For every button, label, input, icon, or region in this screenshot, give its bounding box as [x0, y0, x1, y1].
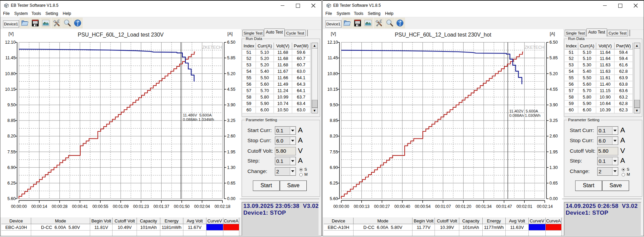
svg-text:10.80: 10.80	[5, 71, 16, 76]
svg-text:00:00:55: 00:00:55	[93, 204, 108, 209]
svg-text:00:00:40: 00:00:40	[395, 204, 410, 209]
svg-text:1.95: 1.95	[549, 150, 558, 154]
svg-text:00:01:37: 00:01:37	[154, 204, 169, 209]
svg-text:12.10: 12.10	[5, 40, 16, 45]
svg-text:1.95: 1.95	[227, 150, 235, 154]
svg-text:0.00: 0.00	[549, 196, 558, 201]
svg-text:4.55: 4.55	[227, 87, 235, 92]
svg-text:0.00: 0.00	[227, 196, 235, 201]
svg-text:PSU_HCF_60L_12_Load test 230V: PSU_HCF_60L_12_Load test 230V	[78, 32, 164, 38]
svg-text:00:00:00: 00:00:00	[333, 204, 349, 209]
svg-text:5.60: 5.60	[330, 196, 338, 201]
svg-text:5.85: 5.85	[227, 56, 235, 60]
svg-text:8.20: 8.20	[7, 134, 16, 138]
svg-text:3.90: 3.90	[227, 103, 235, 107]
svg-text:8.85: 8.85	[330, 118, 338, 123]
svg-text:6.50: 6.50	[549, 40, 558, 45]
svg-text:0.65: 0.65	[227, 181, 235, 186]
svg-text:00:01:07: 00:01:07	[435, 204, 451, 209]
svg-text:1.30: 1.30	[227, 165, 235, 170]
svg-text:00:01:50: 00:01:50	[174, 204, 190, 209]
svg-text:00:00:14: 00:00:14	[31, 204, 47, 209]
svg-text:3.25: 3.25	[549, 118, 558, 123]
svg-text:4.55: 4.55	[549, 87, 558, 92]
svg-text:6.90: 6.90	[7, 165, 16, 170]
svg-text:5.20: 5.20	[227, 71, 235, 76]
svg-text:11.486V 5.600A: 11.486V 5.600A	[183, 113, 212, 117]
svg-text:6.25: 6.25	[7, 181, 16, 186]
svg-text:00:02:04: 00:02:04	[194, 204, 210, 209]
svg-text:8.20: 8.20	[330, 134, 338, 138]
svg-text:00:00:28: 00:00:28	[52, 204, 68, 209]
svg-text:11.45: 11.45	[328, 56, 338, 60]
svg-text:12.10: 12.10	[327, 40, 338, 45]
svg-text:00:01:34: 00:01:34	[476, 204, 492, 209]
svg-text:11.402V 5.600A: 11.402V 5.600A	[509, 109, 538, 113]
svg-text:10.80: 10.80	[327, 71, 338, 76]
svg-text:[A]: [A]	[227, 31, 233, 36]
svg-text:2.60: 2.60	[549, 134, 558, 138]
svg-text:00:01:09: 00:01:09	[113, 204, 129, 209]
svg-text:6.50: 6.50	[227, 40, 235, 45]
svg-text:3.25: 3.25	[227, 118, 235, 123]
svg-text:00:01:20: 00:01:20	[456, 204, 471, 209]
svg-text:[V]: [V]	[8, 31, 14, 36]
svg-text:00:00:27: 00:00:27	[374, 204, 390, 209]
svg-text:00:02:01: 00:02:01	[517, 204, 532, 209]
svg-text:00:01:23: 00:01:23	[133, 204, 149, 209]
svg-text:3.90: 3.90	[549, 103, 558, 107]
svg-text:0.088Ah 1.034Wh: 0.088Ah 1.034Wh	[183, 117, 214, 122]
svg-text:7.55: 7.55	[7, 150, 16, 154]
svg-text:00:02:14: 00:02:14	[537, 204, 553, 209]
svg-text:0.088Ah 1.030Wh: 0.088Ah 1.030Wh	[509, 113, 541, 117]
svg-text:ZKETECH: ZKETECH	[202, 45, 222, 50]
svg-text:1.30: 1.30	[549, 165, 558, 170]
svg-text:5.85: 5.85	[549, 56, 558, 60]
svg-text:6.90: 6.90	[330, 165, 338, 170]
svg-text:PSU_HCF_60L_12_Load test 230V_: PSU_HCF_60L_12_Load test 230V_hot	[395, 32, 491, 38]
svg-text:00:00:00: 00:00:00	[11, 204, 27, 209]
svg-text:5.20: 5.20	[549, 71, 558, 76]
svg-text:00:00:41: 00:00:41	[72, 204, 88, 209]
svg-text:7.55: 7.55	[330, 150, 338, 154]
svg-text:[V]: [V]	[331, 31, 336, 36]
svg-text:11.45: 11.45	[5, 56, 16, 60]
svg-text:0.65: 0.65	[549, 181, 558, 186]
svg-text:2.60: 2.60	[227, 134, 235, 138]
svg-text:00:01:47: 00:01:47	[496, 204, 512, 209]
svg-text:8.85: 8.85	[7, 118, 16, 123]
svg-text:10.15: 10.15	[5, 87, 16, 92]
svg-text:5.60: 5.60	[7, 196, 16, 201]
svg-text:10.15: 10.15	[327, 87, 338, 92]
svg-text:6.25: 6.25	[330, 181, 338, 186]
svg-text:00:00:13: 00:00:13	[354, 204, 369, 209]
svg-text:9.50: 9.50	[7, 103, 16, 107]
svg-text:9.50: 9.50	[330, 103, 338, 107]
svg-text:00:02:18: 00:02:18	[215, 204, 230, 209]
svg-text:00:00:54: 00:00:54	[415, 204, 431, 209]
svg-text:ZKETECH: ZKETECH	[525, 45, 544, 50]
svg-text:[A]: [A]	[550, 31, 555, 36]
